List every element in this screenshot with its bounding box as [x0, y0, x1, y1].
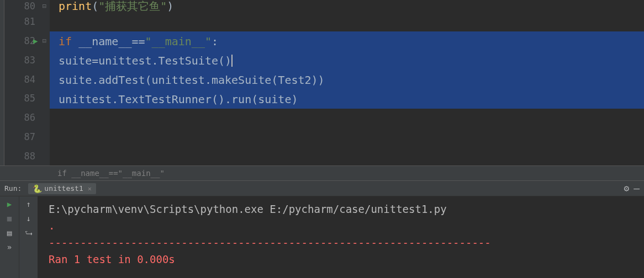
run-tab-bar: Run: 🐍 unittest1 ✕ ⚙ —	[0, 181, 644, 196]
run-toolbar-secondary: ↑ ↓ ⮑	[19, 196, 38, 278]
scroll-up-icon[interactable]: ↑	[26, 200, 30, 209]
fold-icon[interactable]: ⊟	[43, 37, 46, 45]
gutter-row[interactable]: 81	[4, 12, 45, 31]
minimize-icon[interactable]: —	[634, 183, 640, 194]
code-editor-area[interactable]: print("捕获其它鱼")if __name__=="__main__": s…	[50, 0, 644, 165]
layout-icon[interactable]: ▤	[7, 228, 12, 237]
code-token: if	[59, 35, 72, 48]
code-line[interactable]: if __name__=="__main__":	[50, 31, 644, 51]
code-token: "捕获其它鱼"	[98, 0, 167, 14]
gutter-row[interactable]: 88	[4, 146, 45, 165]
line-number: 87	[24, 131, 35, 142]
python-icon: 🐍	[33, 184, 42, 193]
code-line[interactable]: print("捕获其它鱼")	[50, 0, 644, 12]
line-number: 81	[24, 16, 35, 27]
gear-icon[interactable]: ⚙	[624, 183, 630, 194]
line-number: 84	[24, 74, 35, 85]
line-number: 80	[24, 1, 35, 12]
code-token: suite.addTest(unittest.makeSuite(Test2))	[59, 73, 325, 87]
run-tab-name: unittest1	[44, 184, 83, 193]
line-number: 85	[24, 93, 35, 104]
code-line[interactable]: suite.addTest(unittest.makeSuite(Test2))	[50, 70, 644, 89]
rerun-icon[interactable]: ▶	[7, 200, 12, 209]
run-label: Run:	[4, 184, 22, 193]
code-token: :	[212, 35, 218, 48]
gutter-row[interactable]: 86	[4, 108, 45, 127]
stop-icon[interactable]: ■	[7, 214, 12, 223]
run-toolbar-primary: ▶ ■ ▤ »	[0, 196, 19, 278]
run-tab-unittest1[interactable]: 🐍 unittest1 ✕	[28, 183, 96, 194]
console-output[interactable]: E:\pycharm\venv\Scripts\python.exe E:/py…	[38, 196, 644, 278]
text-cursor	[231, 55, 233, 67]
breadcrumb-text: if __name__=="__main__"	[57, 169, 165, 178]
soft-wrap-icon[interactable]: ⮑	[25, 228, 33, 237]
code-token: unittest.TextTestRunner().run(suite)	[59, 93, 298, 106]
more-icon[interactable]: »	[7, 243, 12, 252]
gutter-row[interactable]: 85	[4, 89, 45, 108]
code-token: print	[59, 0, 92, 13]
line-number-gutter: 80⊟8182▶⊟838485868788	[4, 0, 50, 165]
run-line-icon[interactable]: ▶	[33, 36, 38, 45]
breadcrumb-bar[interactable]: if __name__=="__main__"	[0, 165, 644, 181]
code-line[interactable]	[50, 128, 644, 147]
line-number: 88	[24, 151, 35, 162]
close-tab-icon[interactable]: ✕	[88, 185, 92, 193]
code-line[interactable]	[50, 12, 644, 31]
code-line[interactable]: unittest.TextTestRunner().run(suite)	[50, 89, 644, 109]
console-line: Ran 1 test in 0.000s	[49, 251, 633, 268]
line-number: 86	[24, 112, 35, 123]
run-tool-window: Run: 🐍 unittest1 ✕ ⚙ — ▶ ■ ▤ » ↑ ↓ ⮑ E:\…	[0, 181, 644, 278]
gutter-row[interactable]: 80⊟	[4, 0, 45, 12]
code-token: "__main__"	[145, 35, 212, 48]
run-body: ▶ ■ ▤ » ↑ ↓ ⮑ E:\pycharm\venv\Scripts\py…	[0, 196, 644, 278]
gutter-row[interactable]: 84	[4, 70, 45, 89]
code-token: )	[167, 0, 173, 13]
code-line[interactable]	[50, 147, 644, 167]
code-line[interactable]: suite=unittest.TestSuite()	[50, 51, 644, 70]
gutter-row[interactable]: 82▶⊟	[4, 31, 45, 51]
scroll-down-icon[interactable]: ↓	[26, 214, 30, 223]
code-token: (	[92, 0, 98, 13]
code-line[interactable]	[50, 109, 644, 128]
console-line: .	[49, 217, 633, 234]
console-line: E:\pycharm\venv\Scripts\python.exe E:/py…	[49, 201, 633, 217]
code-token: __name__==	[72, 35, 145, 48]
line-number: 83	[24, 55, 35, 66]
console-line: ----------------------------------------…	[49, 234, 633, 251]
editor-container: 80⊟8182▶⊟838485868788 print("捕获其它鱼")if _…	[0, 0, 644, 165]
gutter-row[interactable]: 83	[4, 50, 45, 70]
fold-icon[interactable]: ⊟	[43, 2, 46, 10]
left-gutter-strip	[0, 0, 4, 165]
gutter-row[interactable]: 87	[4, 127, 45, 146]
code-token: suite=unittest.TestSuite()	[59, 54, 231, 67]
